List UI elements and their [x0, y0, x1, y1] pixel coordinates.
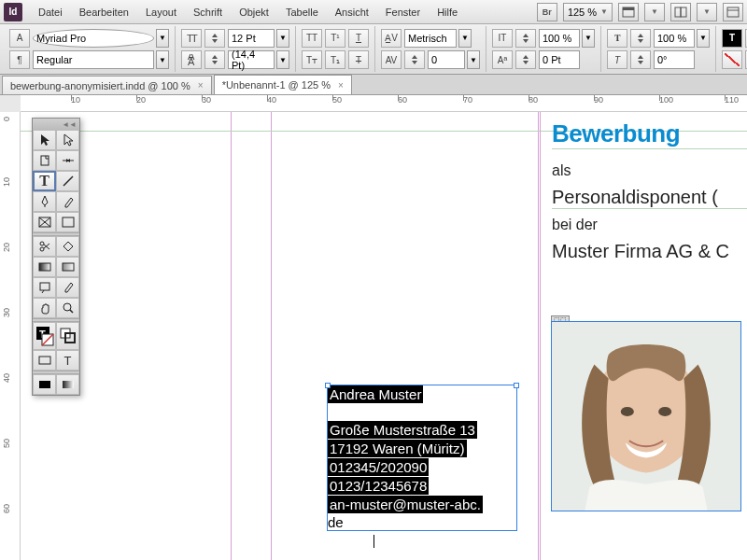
line-tool[interactable] — [56, 171, 79, 191]
vscale-stepper[interactable] — [515, 29, 536, 48]
vscale-dropdown[interactable]: ▼ — [582, 29, 595, 48]
workspace-button[interactable] — [723, 3, 743, 21]
svg-marker-17 — [523, 39, 529, 43]
font-family-input[interactable]: Myriad Pro — [33, 29, 154, 48]
canvas[interactable]: Bewerbung als Personaldisponent ( bei de… — [21, 112, 747, 560]
tab-label: bewerbung-anonymisiert.indd @ 100 % — [10, 80, 190, 91]
zoom-dropdown[interactable]: 125 %▼ — [563, 3, 613, 21]
size-stepper[interactable] — [204, 29, 225, 48]
photo-frame[interactable] — [551, 321, 741, 511]
stroke-text-button[interactable] — [722, 50, 742, 69]
svg-point-26 — [658, 407, 671, 416]
transform-tool[interactable] — [56, 236, 79, 257]
frame-handle[interactable] — [325, 383, 331, 388]
ruler-horizontal[interactable]: 10 20 30 40 50 60 70 80 90 100 110 — [21, 95, 747, 112]
gradient-feather-tool[interactable] — [56, 257, 79, 277]
font-family-dropdown[interactable]: ▼ — [156, 29, 169, 48]
underline-button[interactable]: T — [348, 29, 369, 48]
svg-text:A: A — [188, 56, 195, 65]
page-tool[interactable] — [33, 150, 56, 171]
pencil-tool[interactable] — [56, 191, 79, 212]
hand-tool[interactable] — [33, 298, 56, 318]
subscript-button[interactable]: T₁ — [325, 50, 345, 69]
panel-header[interactable]: ◄◄ — [33, 119, 79, 130]
font-style-dropdown[interactable]: ▼ — [156, 50, 169, 69]
bridge-button[interactable]: Br — [537, 3, 557, 21]
pen-tool[interactable] — [33, 191, 56, 212]
baseline-stepper[interactable] — [515, 50, 536, 69]
allcaps-button[interactable]: TT — [302, 29, 322, 48]
format-container-button[interactable] — [33, 350, 56, 371]
rectangle-tool[interactable] — [56, 212, 79, 232]
screen-mode-dropdown[interactable]: ▼ — [644, 3, 665, 21]
hscale-stepper[interactable] — [630, 29, 651, 48]
kerning-dropdown[interactable]: ▼ — [458, 29, 472, 48]
app-icon: Id — [4, 3, 22, 21]
menu-fenster[interactable]: Fenster — [377, 0, 429, 24]
default-fill-stroke[interactable] — [56, 322, 79, 350]
menu-hilfe[interactable]: Hilfe — [429, 0, 466, 24]
leading-dropdown[interactable]: ▼ — [276, 50, 289, 69]
selection-tool[interactable] — [33, 130, 56, 150]
vscale-input[interactable]: 100 % — [539, 29, 580, 48]
font-size-dropdown[interactable]: ▼ — [276, 29, 289, 48]
skew-stepper[interactable] — [630, 50, 651, 69]
svg-rect-58 — [63, 381, 74, 388]
char-format-button[interactable]: A — [9, 29, 30, 48]
note-tool[interactable] — [33, 277, 56, 298]
close-icon[interactable]: × — [338, 80, 344, 91]
close-icon[interactable]: × — [198, 80, 204, 91]
screen-mode-button[interactable] — [618, 3, 639, 21]
tracking-dropdown[interactable]: ▼ — [467, 50, 480, 69]
arrange-dropdown[interactable]: ▼ — [697, 3, 717, 21]
font-style-input[interactable]: Regular — [33, 50, 154, 69]
menu-bearbeiten[interactable]: Bearbeiten — [71, 0, 137, 24]
frame-handle[interactable] — [514, 383, 519, 388]
ruler-vertical[interactable]: 0 10 20 30 40 50 60 — [0, 112, 21, 560]
eyedropper-tool[interactable] — [56, 277, 79, 298]
menubar: Id Datei Bearbeiten Layout Schrift Objek… — [0, 0, 747, 24]
tracking-input[interactable]: 0 — [428, 50, 465, 69]
menu-tabelle[interactable]: Tabelle — [277, 0, 327, 24]
scissors-tool[interactable] — [33, 236, 56, 257]
tools-panel[interactable]: ◄◄ T T T — [32, 118, 80, 396]
kerning-input[interactable]: Metrisch — [404, 29, 457, 48]
menu-objekt[interactable]: Objekt — [231, 0, 277, 24]
para-format-button[interactable]: ¶ — [9, 50, 30, 69]
menu-schrift[interactable]: Schrift — [185, 0, 231, 24]
text-line: 17192 Waren (Müritz) — [328, 440, 467, 457]
gap-tool[interactable] — [56, 150, 79, 171]
superscript-button[interactable]: T¹ — [325, 29, 345, 48]
menu-ansicht[interactable]: Ansicht — [327, 0, 377, 24]
document-tabs: bewerbung-anonymisiert.indd @ 100 %× *Un… — [0, 75, 747, 95]
strikethrough-button[interactable]: T — [348, 50, 369, 69]
type-tool[interactable]: T — [33, 171, 56, 191]
direct-selection-tool[interactable] — [56, 130, 79, 150]
zoom-tool[interactable] — [56, 298, 79, 318]
tracking-stepper[interactable] — [404, 50, 425, 69]
format-text-button[interactable]: T — [56, 350, 79, 371]
skew-input[interactable]: 0° — [654, 50, 695, 69]
menu-layout[interactable]: Layout — [137, 0, 185, 24]
arrange-button[interactable] — [670, 3, 691, 21]
tab-bewerbung[interactable]: bewerbung-anonymisiert.indd @ 100 %× — [2, 76, 212, 94]
leading-stepper[interactable] — [204, 50, 225, 69]
tab-unbenannt[interactable]: *Unbenannt-1 @ 125 %× — [214, 75, 352, 94]
apply-color-button[interactable] — [33, 374, 56, 395]
font-size-input[interactable]: 12 Pt — [228, 29, 275, 48]
rectangle-frame-tool[interactable] — [33, 212, 56, 232]
smallcaps-button[interactable]: Tᴛ — [302, 50, 322, 69]
font-size-icon: TT — [181, 29, 202, 48]
leading-input[interactable]: (14,4 Pt) — [228, 50, 275, 69]
collapse-icon[interactable]: ◄◄ — [62, 120, 77, 129]
apply-gradient-button[interactable] — [56, 374, 79, 395]
fill-text-button[interactable]: T — [722, 29, 742, 48]
hscale-input[interactable]: 100 % — [654, 29, 695, 48]
baseline-input[interactable]: 0 Pt — [539, 50, 580, 69]
fill-stroke-swap[interactable]: T — [33, 322, 56, 350]
text-frame-address[interactable]: Andrea Muster Große Musterstraße 13 1719… — [327, 385, 517, 531]
svg-rect-2 — [675, 7, 681, 17]
gradient-swatch-tool[interactable] — [33, 257, 56, 277]
menu-datei[interactable]: Datei — [30, 0, 71, 24]
hscale-dropdown[interactable]: ▼ — [697, 29, 710, 48]
